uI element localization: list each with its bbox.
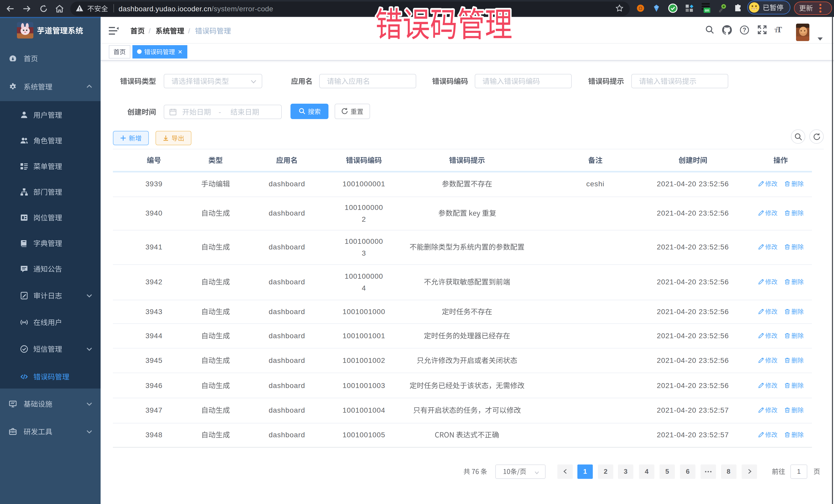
svg-text:on: on [705,8,709,12]
svg-text:T: T [774,28,778,34]
svg-text:?: ? [743,27,746,34]
